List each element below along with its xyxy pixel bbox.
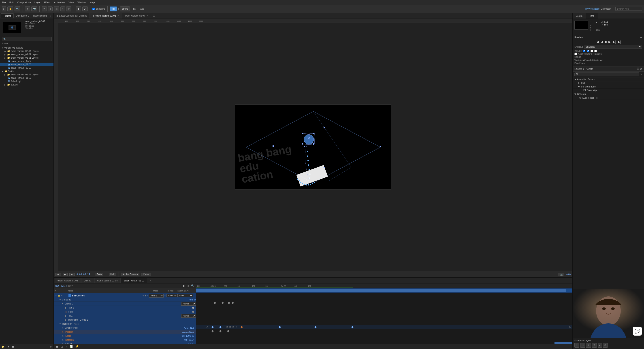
layer-1-switch-3[interactable]: ✏: [147, 294, 148, 297]
position-value[interactable]: 190.2, 219.0: [182, 331, 196, 333]
tree-item-01layers[interactable]: ▶ 📁 exam_variant_02-01 Layers: [0, 56, 54, 60]
menu-view[interactable]: View: [68, 1, 74, 4]
layer-1-contents-row[interactable]: ▼ Contents Add: ⊕: [54, 298, 196, 302]
tl-bottom-btn-1[interactable]: ◼: [56, 345, 59, 348]
project-new-folder-btn[interactable]: 📁: [1, 345, 5, 348]
tab-audio[interactable]: Audio: [572, 13, 586, 18]
tab-info[interactable]: Info: [586, 13, 598, 18]
layer-1-color[interactable]: [68, 294, 71, 297]
layer-1-trkmat-eye[interactable]: 👁: [164, 294, 166, 297]
layer-1-mode-select[interactable]: Norma Normal: [149, 294, 164, 298]
tool-puppet[interactable]: ◆: [76, 6, 81, 12]
layer-1-eye[interactable]: 👁: [54, 294, 58, 297]
viewer-next-frame[interactable]: ⏭: [69, 273, 75, 276]
menu-file[interactable]: File: [2, 1, 6, 4]
tree-item-comp04[interactable]: ▣ exam_variant_02-04: [0, 60, 54, 63]
project-delete-btn[interactable]: 🗑: [49, 345, 52, 348]
preview-first-btn[interactable]: |◀: [596, 40, 599, 44]
distribute-btn-2[interactable]: ⊣: [580, 343, 585, 348]
tool-shape-rect[interactable]: ▭: [54, 6, 59, 12]
eff-sub-fill-stroke[interactable]: Fill and Stroke: [572, 85, 644, 88]
tab-comp-02-02[interactable]: ◼ exam_variant_02-02 ✕: [90, 13, 122, 18]
scale-eye[interactable]: ◎: [62, 335, 65, 337]
tab-repositioning[interactable]: Repositioning: [31, 14, 48, 18]
distribute-btn-6[interactable]: ⊞: [603, 343, 608, 348]
tl-tab-0102[interactable]: exam_variant_01-02: [54, 278, 81, 283]
layer-1-fill-row[interactable]: ▶ Fill 1 Normal: [54, 314, 196, 318]
menu-edit[interactable]: Edit: [10, 1, 14, 4]
comp-tab-options-btn[interactable]: ☰: [151, 13, 157, 18]
layer-1-name[interactable]: Ball Outlines: [72, 294, 142, 297]
layer-1-opacity-row[interactable]: ◎ Opacity 100 %: [54, 342, 196, 344]
tl-tab-2dto3d[interactable]: 2dto3d: [81, 278, 94, 283]
snapping-toggle[interactable]: Snapping: [92, 8, 105, 10]
shortcut-select[interactable]: Spacebar: [584, 45, 642, 49]
tab-project[interactable]: Project: [1, 14, 14, 18]
tl-tab-close[interactable]: ✕: [148, 279, 153, 282]
tl-tab-0204[interactable]: exam_variant_02-04: [94, 278, 120, 283]
viewer-camera-btn[interactable]: Active Camera: [122, 273, 140, 276]
preview-play-btn[interactable]: ▶: [608, 40, 611, 44]
preview-last-btn[interactable]: ▶|: [618, 40, 621, 44]
tl-layer1-bar-row[interactable]: [196, 288, 572, 293]
pos-nav-right[interactable]: ▷: [570, 326, 571, 328]
layer-1-path-row[interactable]: ◎ Path: [54, 310, 196, 314]
tl-tab-0202[interactable]: exam_variant_02-02: [121, 278, 147, 283]
contents-add-btn[interactable]: Add: ⊕: [189, 298, 196, 301]
preview-stop-btn[interactable]: ■: [605, 40, 607, 44]
menu-window[interactable]: Window: [78, 1, 86, 4]
eff-item-fill-color-wipe[interactable]: Fill Color Wipe: [572, 88, 644, 92]
effects-search-input[interactable]: [574, 72, 639, 76]
tab-comp-02-04[interactable]: exam_variant_02-04 ✕: [122, 13, 151, 18]
tool-hand[interactable]: ✋: [8, 6, 13, 12]
pos-nav-left[interactable]: ◁: [206, 326, 208, 328]
tl-bottom-btn-2[interactable]: ◻: [60, 345, 64, 348]
tool-camera[interactable]: 📷: [31, 6, 37, 12]
tab-duk-bassel[interactable]: Duk Bassel 2: [14, 14, 31, 18]
character-btn[interactable]: Character: [601, 8, 611, 10]
tree-item-gif[interactable]: 🖼 2dto3d.gif: [0, 80, 54, 83]
rotation-value[interactable]: 0 x -26.2°: [184, 339, 196, 341]
tl-toggle-1[interactable]: ◼: [182, 284, 185, 288]
snapping-checkbox[interactable]: [92, 8, 95, 10]
eff-cat-generate[interactable]: Generate: [572, 92, 644, 96]
position-eye[interactable]: ◎: [62, 331, 65, 333]
tool-star[interactable]: ★: [66, 6, 72, 12]
workspace-selector[interactable]: myWorkspace: [585, 8, 600, 10]
viewer-prev-frame[interactable]: ⏮: [56, 273, 61, 276]
tl-toggle-2[interactable]: ◻: [186, 284, 190, 288]
eff-sub-text[interactable]: Text: [572, 82, 644, 85]
effects-search-clear-btn[interactable]: ✕: [640, 73, 642, 76]
tree-item-2dto3d[interactable]: ▶ 📁 2dto3d: [0, 83, 54, 86]
preview-options-btn[interactable]: ☰: [640, 36, 642, 39]
tree-item-04layers[interactable]: ▶ 📁 exam_variant_02-04 Layers: [0, 50, 54, 53]
tl-timecode[interactable]: 0:00:03:14: [54, 285, 67, 287]
viewer-plus-btn[interactable]: +0.0: [566, 273, 570, 276]
tree-item-0102layers[interactable]: ▶ 📁 exam_variant_01-02 Layers: [0, 73, 54, 76]
viewer-snapshot-btn[interactable]: 📷: [558, 273, 564, 276]
layer-1-anchor-row[interactable]: ◎ Anchor Point 42.3, 41.3: [54, 326, 196, 330]
add-label[interactable]: Add: [140, 8, 144, 10]
distribute-btn-3[interactable]: ⊥: [586, 343, 591, 348]
tl-bottom-btn-3[interactable]: +: [65, 345, 68, 348]
menu-composition[interactable]: Composition: [17, 1, 31, 4]
include-video-check[interactable]: [583, 50, 585, 52]
tl-layer2-bar-row[interactable]: [196, 341, 572, 344]
preview-prev-btn[interactable]: ◀: [600, 40, 603, 44]
include-overlay-check[interactable]: [590, 50, 593, 52]
layer-1-group1-row[interactable]: ▼ Group 1 Normal: [54, 302, 196, 306]
eff-sub-eyedropper-fill[interactable]: ◎ Eyedropper Fill: [572, 96, 644, 100]
layer-1-trkmat-select[interactable]: None: [166, 294, 178, 297]
tl-bottom-btn-5[interactable]: 🔑: [75, 345, 79, 348]
layer-1-path1-row[interactable]: ▶ Path 1: [54, 306, 196, 310]
menu-effect[interactable]: Effect: [44, 1, 50, 4]
tree-item-comp01[interactable]: ▣ exam_variant_02-01: [0, 66, 54, 70]
tree-item-solids[interactable]: ▶ 📁 Solids: [0, 70, 54, 73]
viewer-resolution-btn[interactable]: Half: [109, 273, 116, 276]
layer-1-transform-header-row[interactable]: ▼ Transform Reset: [54, 322, 196, 326]
cache-check[interactable]: [574, 52, 577, 55]
project-comp-btn[interactable]: ◼: [12, 345, 15, 348]
tool-rotate[interactable]: ↻: [25, 6, 30, 12]
project-add-btn[interactable]: +: [50, 47, 52, 49]
tl-search-btn[interactable]: 🔍: [190, 284, 195, 288]
